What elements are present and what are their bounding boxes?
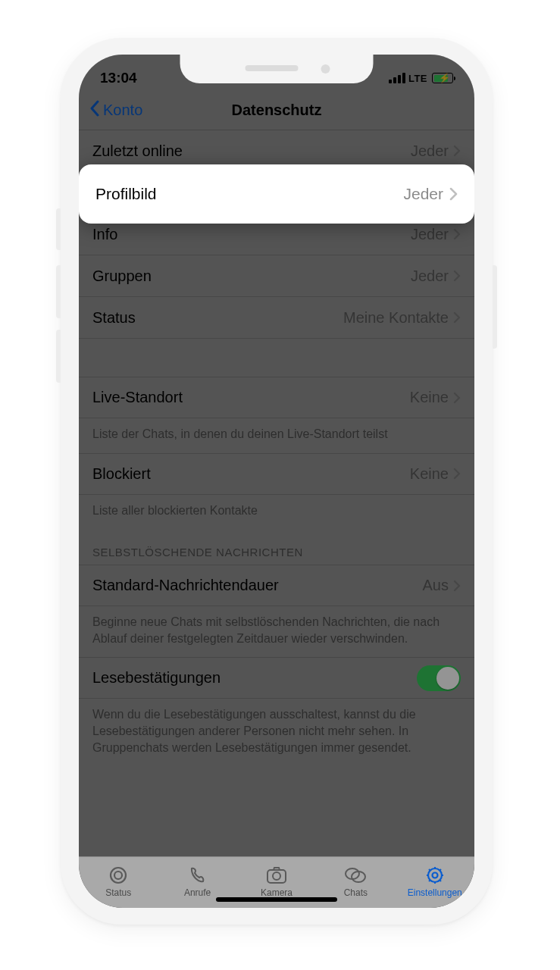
tab-calls[interactable]: Anrufe — [158, 865, 236, 898]
row-value: Jeder — [411, 142, 449, 160]
chevron-right-icon — [453, 392, 461, 404]
row-label: Live-Standort — [92, 389, 410, 406]
default-timer-note: Beginne neue Chats mit selbstlöschenden … — [79, 606, 474, 657]
back-label: Konto — [103, 102, 142, 119]
row-label: Standard-Nachrichtendauer — [92, 577, 423, 594]
tab-label: Kamera — [261, 887, 293, 898]
read-receipts-toggle[interactable] — [417, 665, 461, 691]
screen: 13:04 LTE ⚡ Konto Datenschutz — [79, 55, 474, 908]
blocked-note: Liste aller blockierten Kontakte — [79, 495, 474, 530]
tab-label: Einstellungen — [408, 887, 462, 898]
row-live-location[interactable]: Live-Standort Keine — [79, 377, 474, 418]
svg-point-7 — [432, 872, 437, 878]
svg-point-1 — [114, 871, 122, 879]
tab-bar: Status Anrufe Kamera Chats — [79, 856, 474, 908]
row-value: Meine Kontakte — [343, 309, 449, 327]
row-value: Jeder — [403, 185, 443, 203]
row-value: Aus — [423, 577, 449, 594]
row-label: Lesebestätigungen — [92, 669, 417, 687]
row-read-receipts[interactable]: Lesebestätigungen — [79, 657, 474, 699]
tab-label: Chats — [344, 887, 368, 898]
tab-status[interactable]: Status — [79, 865, 158, 898]
chats-icon — [344, 865, 367, 886]
chevron-right-icon — [453, 468, 461, 480]
network-label: LTE — [408, 73, 427, 84]
row-label: Info — [92, 226, 411, 243]
content: Zuletzt online Jeder Info Jeder Gruppen … — [79, 130, 474, 856]
row-default-timer[interactable]: Standard-Nachrichtendauer Aus — [79, 565, 474, 606]
row-status[interactable]: Status Meine Kontakte — [79, 297, 474, 339]
row-label: Zuletzt online — [92, 142, 411, 160]
phone-icon — [186, 865, 209, 886]
status-icon — [107, 865, 130, 886]
nav-header: Konto Datenschutz — [79, 91, 474, 130]
svg-point-0 — [111, 868, 126, 883]
svg-point-3 — [273, 872, 280, 880]
chevron-right-icon — [453, 270, 461, 282]
row-label: Status — [92, 309, 343, 327]
chevron-right-icon — [453, 580, 461, 592]
battery-icon: ⚡ — [432, 73, 453, 83]
phone-frame: 13:04 LTE ⚡ Konto Datenschutz — [61, 38, 493, 925]
row-value: Keine — [410, 465, 449, 483]
chevron-right-icon — [453, 311, 461, 324]
status-time: 13:04 — [100, 70, 137, 86]
tab-camera[interactable]: Kamera — [237, 865, 316, 898]
tab-label: Status — [105, 887, 131, 898]
live-location-note: Liste der Chats, in denen du deinen Live… — [79, 418, 474, 453]
row-groups[interactable]: Gruppen Jeder — [79, 255, 474, 297]
gear-icon — [424, 865, 446, 886]
row-value: Jeder — [411, 268, 449, 285]
read-receipts-note: Wenn du die Lesebestätigungen ausschalte… — [79, 699, 474, 766]
tab-settings[interactable]: Einstellungen — [396, 865, 474, 898]
notch — [180, 55, 374, 83]
signal-icon — [389, 73, 405, 83]
back-button[interactable]: Konto — [89, 91, 142, 130]
row-value: Jeder — [411, 226, 449, 243]
row-value: Keine — [410, 389, 449, 406]
chevron-right-icon — [453, 145, 461, 157]
row-label: Profilbild — [95, 185, 403, 203]
row-blocked[interactable]: Blockiert Keine — [79, 453, 474, 495]
disappearing-header: SELBSTLÖSCHENDE NACHRICHTEN — [79, 529, 474, 565]
tab-label: Anrufe — [184, 887, 211, 898]
tab-chats[interactable]: Chats — [316, 865, 395, 898]
camera-icon — [265, 865, 288, 886]
chevron-right-icon — [449, 187, 458, 201]
row-profile-picture[interactable]: Profilbild Jeder — [79, 164, 474, 224]
chevron-left-icon — [89, 100, 100, 120]
chevron-right-icon — [453, 228, 461, 240]
row-label: Gruppen — [92, 268, 411, 285]
page-title: Datenschutz — [232, 102, 322, 119]
row-label: Blockiert — [92, 465, 410, 483]
